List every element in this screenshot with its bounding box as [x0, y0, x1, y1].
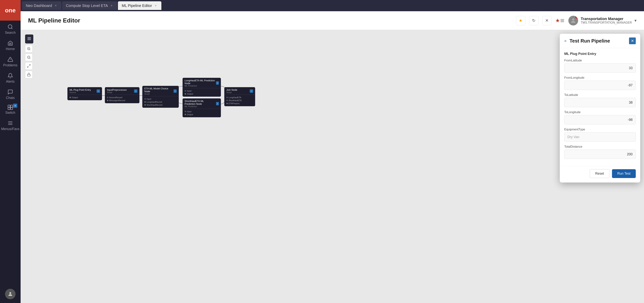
equipment-type-label: EquipmentType — [564, 128, 636, 131]
svg-rect-28 — [28, 74, 30, 76]
equipment-type-group: EquipmentType — [564, 128, 636, 142]
panel-section-label: ML Plug Point Entry — [564, 52, 636, 56]
tab-ml-pipeline-close[interactable]: ✕ — [154, 4, 158, 8]
panel-title: Test Run Pipeline — [570, 38, 626, 44]
search-icon — [8, 24, 13, 30]
sidebar-label-home: Home — [6, 47, 15, 51]
from-latitude-label: FromLatitude — [564, 59, 636, 62]
close-button[interactable]: ✕ — [542, 16, 552, 25]
user-role: TMS.TRANSPORTATION_MANAGER — [581, 21, 632, 24]
header-actions: ★ ↻ ✕ ★ ★ Transportation Manager TMS.T — [516, 16, 636, 26]
node-ml-plug-point[interactable]: ML Plug Point Entry Source i Output — [68, 87, 102, 100]
notification-star: ★ — [555, 18, 560, 24]
zoom-in-button[interactable] — [25, 45, 32, 53]
alert-triangle-icon — [8, 57, 13, 62]
svg-line-1 — [12, 28, 12, 29]
tab-compute-stop-close[interactable]: ✕ — [110, 4, 114, 8]
zoom-tools — [25, 45, 32, 78]
panel-footer: Reset Run Test — [560, 166, 640, 182]
fit-view-button[interactable] — [25, 62, 32, 70]
from-longitude-input[interactable] — [564, 81, 636, 90]
home-icon — [8, 40, 13, 46]
test-run-panel: » Test Run Pipeline ✕ ML Plug Point Entr… — [560, 34, 640, 182]
canvas-area[interactable]: ML Plug Point Entry Source i Output Inpu… — [20, 30, 644, 303]
hamburger-icon — [560, 18, 564, 23]
menu-icon — [8, 120, 13, 126]
total-distance-input[interactable] — [564, 150, 636, 159]
sidebar-item-home[interactable]: Home — [0, 37, 20, 53]
to-latitude-input[interactable] — [564, 98, 636, 107]
app-logo[interactable]: one — [0, 0, 20, 21]
node-input-preprocessor[interactable]: InputPreprocessor Script i SourceRecord … — [105, 87, 140, 103]
sidebar-label-search: Search — [5, 31, 16, 35]
pipeline-connections — [20, 30, 644, 303]
sidebar-label-menus: Menus/Favs — [1, 127, 20, 131]
page-header: ML Pipeline Editor ★ ↻ ✕ ★ ★ Transpor — [20, 11, 644, 30]
to-latitude-group: ToLatitude — [564, 93, 636, 107]
svg-rect-5 — [10, 105, 12, 107]
reset-button[interactable]: Reset — [590, 169, 609, 178]
list-icon — [27, 36, 32, 41]
node-info-badge-5[interactable]: i — [216, 102, 219, 105]
page-title: ML Pipeline Editor — [28, 17, 80, 24]
node-info-badge-6[interactable]: i — [250, 89, 253, 93]
node-join[interactable]: Join Node Script i LongHaulETA ShortHaul… — [224, 87, 255, 106]
total-distance-label: TotalDistance — [564, 145, 636, 148]
svg-line-20 — [30, 50, 30, 50]
refresh-button[interactable]: ↻ — [529, 16, 538, 25]
bell-icon — [8, 73, 13, 79]
sidebar-item-problems[interactable]: Problems — [0, 53, 20, 70]
sidebar: one Search Home Problems Alerts Chats ≡ — [0, 0, 20, 303]
sidebar-label-switch: Switch — [5, 111, 15, 115]
user-name: Transportation Manager — [581, 17, 632, 21]
lock-button[interactable] — [25, 71, 32, 78]
svg-line-24 — [30, 58, 30, 59]
sidebar-item-menus[interactable]: Menus/Favs — [0, 117, 20, 133]
node-longhaul-prediction[interactable]: LongHaulETA ML Prediction Node ML Predic… — [182, 78, 221, 97]
node-info-badge-4[interactable]: i — [216, 81, 219, 85]
svg-point-15 — [572, 18, 574, 21]
panel-expand-button[interactable]: » — [564, 39, 566, 43]
panel-header: » Test Run Pipeline ✕ — [560, 34, 640, 48]
node-info-badge-2[interactable]: i — [134, 89, 138, 93]
sidebar-label-chats: Chats — [6, 96, 14, 100]
node-info-badge[interactable]: i — [96, 89, 100, 93]
tab-compute-stop[interactable]: Compute Stop Level ETA ✕ — [62, 1, 117, 10]
tab-neo-dashboard[interactable]: Neo Dashboard ✕ — [22, 1, 62, 10]
switch-badge: ≡ — [13, 104, 17, 108]
tab-neo-dashboard-label: Neo Dashboard — [26, 4, 52, 8]
pipeline-toolbar-button[interactable] — [25, 35, 33, 44]
tab-neo-dashboard-close[interactable]: ✕ — [54, 4, 58, 8]
user-badge: ★ — [575, 16, 578, 19]
panel-close-button[interactable]: ✕ — [629, 38, 636, 44]
svg-rect-7 — [10, 107, 12, 109]
sidebar-item-switch[interactable]: ≡ Switch — [0, 102, 20, 117]
zoom-out-button[interactable] — [25, 54, 32, 61]
to-latitude-label: ToLatitude — [564, 93, 636, 97]
sidebar-label-alerts: Alerts — [6, 80, 14, 84]
to-longitude-label: ToLongitude — [564, 111, 636, 114]
from-longitude-label: FromLongitude — [564, 76, 636, 80]
total-distance-group: TotalDistance — [564, 145, 636, 159]
sidebar-item-alerts[interactable]: Alerts — [0, 70, 20, 86]
equipment-type-input[interactable] — [564, 132, 636, 142]
user-avatar-small[interactable] — [5, 289, 16, 299]
from-latitude-input[interactable] — [564, 63, 636, 73]
node-shorthaul-prediction[interactable]: ShortHaulETA ML Prediction Node ML Predi… — [182, 98, 221, 117]
svg-line-27 — [28, 66, 29, 68]
sidebar-bottom — [0, 289, 20, 303]
star-button[interactable]: ★ — [516, 16, 525, 25]
panel-body: ML Plug Point Entry FromLatitude FromLon… — [560, 48, 640, 166]
to-longitude-input[interactable] — [564, 115, 636, 124]
run-test-button[interactable]: Run Test — [612, 169, 636, 178]
node-eta-ml-model-choice[interactable]: ETA ML Model Choice Node Script i Input … — [142, 86, 179, 108]
sidebar-label-problems: Problems — [3, 63, 18, 67]
user-dropdown-icon[interactable]: ▾ — [634, 18, 636, 23]
tab-ml-pipeline[interactable]: ML Pipeline Editor ✕ — [118, 1, 161, 10]
menu-button[interactable]: ★ — [555, 16, 564, 25]
sidebar-item-search[interactable]: Search — [0, 21, 20, 37]
sidebar-item-chats[interactable]: Chats — [0, 86, 20, 102]
user-area[interactable]: ★ Transportation Manager TMS.TRANSPORTAT… — [568, 16, 636, 26]
svg-point-0 — [8, 25, 12, 29]
node-info-badge-3[interactable]: i — [174, 89, 177, 93]
